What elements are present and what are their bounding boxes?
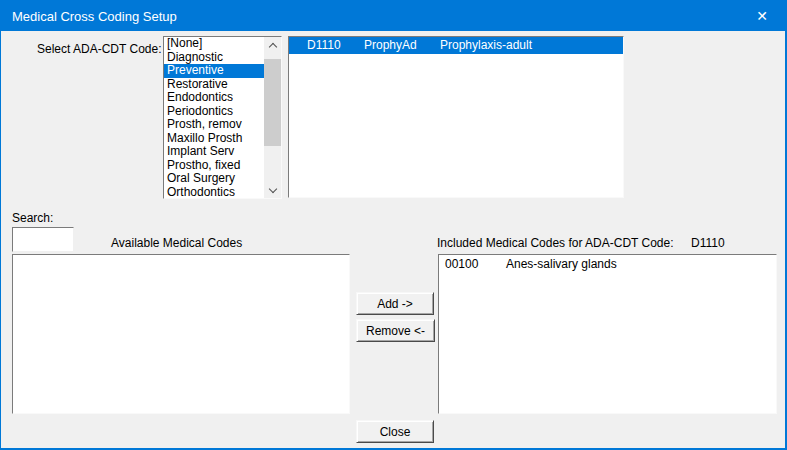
scrollbar-track[interactable] (264, 52, 281, 183)
available-codes-label: Available Medical Codes (111, 236, 242, 250)
category-item[interactable]: Maxillo Prosth (164, 132, 264, 146)
category-item-label: [None] (167, 37, 202, 50)
select-ada-cdt-label: Select ADA-CDT Code: (37, 42, 162, 56)
medical-code-row[interactable]: 00100 Anes-salivary glands (439, 255, 776, 271)
category-item[interactable]: Oral Surgery (164, 172, 264, 186)
category-item-label: Periodontics (167, 104, 233, 118)
titlebar[interactable]: Medical Cross Coding Setup ✕ (1, 0, 785, 31)
search-input[interactable] (12, 227, 74, 252)
close-button[interactable]: ✕ (739, 0, 785, 31)
category-item[interactable]: Prosth, remov (164, 118, 264, 132)
code-row[interactable]: D1110 ProphyAd Prophylaxis-adult (289, 37, 623, 54)
included-codes-label: Included Medical Codes for ADA-CDT Code: (437, 236, 674, 250)
chevron-down-icon (268, 184, 276, 192)
medical-code-cell: 00100 (445, 256, 478, 272)
available-medical-codes-listbox[interactable] (12, 254, 350, 414)
category-item[interactable]: Periodontics (164, 105, 264, 119)
ada-cdt-code-listbox[interactable]: D1110 ProphyAd Prophylaxis-adult (288, 36, 624, 198)
medical-cross-coding-dialog: Medical Cross Coding Setup ✕ Select ADA-… (0, 0, 787, 450)
code-cell: D1110 (307, 37, 341, 54)
included-ada-code-value: D1110 (691, 236, 725, 250)
category-item-label: Implant Serv (167, 144, 234, 158)
category-item-label: Preventive (167, 63, 224, 77)
category-item-label: Orthodontics (167, 185, 235, 199)
search-label: Search: (12, 211, 53, 225)
category-item[interactable]: Orthodontics (164, 186, 264, 199)
scrollbar-up-button[interactable] (264, 37, 281, 52)
close-dialog-button[interactable]: Close (356, 420, 434, 443)
window-title: Medical Cross Coding Setup (12, 8, 177, 23)
category-item[interactable]: Implant Serv (164, 145, 264, 159)
scrollbar-down-button[interactable] (264, 183, 281, 198)
description-cell: Prophylaxis-adult (440, 37, 532, 54)
category-item-label: Prostho, fixed (167, 158, 240, 172)
medical-description-cell: Anes-salivary glands (506, 256, 617, 272)
category-item[interactable]: Prostho, fixed (164, 159, 264, 173)
category-item[interactable]: [None] (164, 37, 264, 51)
remove-button[interactable]: Remove <- (356, 319, 435, 342)
category-item[interactable]: Diagnostic (164, 51, 264, 65)
ada-cdt-category-listbox[interactable]: [None] Diagnostic Preventive Restorative… (163, 36, 282, 199)
category-scrollbar[interactable] (264, 37, 281, 198)
category-item[interactable]: Restorative (164, 78, 264, 92)
category-item-label: Diagnostic (167, 50, 223, 64)
close-icon: ✕ (756, 9, 768, 23)
category-item[interactable]: Preventive (164, 64, 264, 78)
scrollbar-thumb[interactable] (264, 59, 281, 146)
category-items: [None] Diagnostic Preventive Restorative… (164, 37, 264, 198)
category-item-label: Restorative (167, 77, 228, 91)
category-item-label: Endodontics (167, 90, 233, 104)
add-button[interactable]: Add -> (356, 292, 434, 315)
category-item-label: Maxillo Prosth (167, 131, 242, 145)
included-medical-codes-listbox[interactable]: 00100 Anes-salivary glands (438, 254, 777, 414)
abbreviation-cell: ProphyAd (364, 37, 417, 54)
category-item[interactable]: Endodontics (164, 91, 264, 105)
category-item-label: Prosth, remov (167, 117, 242, 131)
chevron-up-icon (268, 42, 276, 50)
category-item-label: Oral Surgery (167, 171, 235, 185)
